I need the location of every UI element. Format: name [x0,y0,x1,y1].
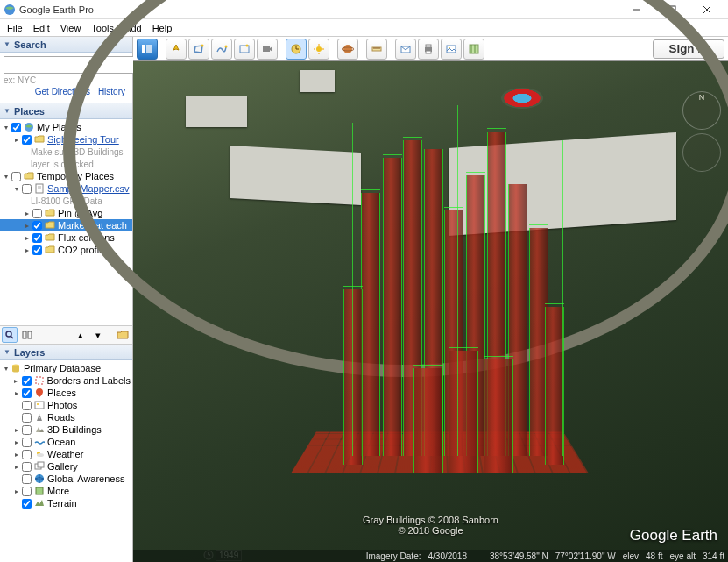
expand-icon[interactable]: ▸ [23,234,31,242]
visibility-checkbox[interactable] [32,209,42,218]
move-down-button[interactable]: ▾ [90,327,106,343]
roads-icon [33,412,46,423]
expand-icon[interactable]: ▸ [12,136,20,144]
open-folder-button[interactable] [115,327,131,343]
expand-icon[interactable]: ▸ [12,451,20,459]
attribution-line1: Gray Buildings © 2008 Sanborn [133,515,728,525]
expand-icon[interactable]: ▸ [12,463,20,471]
visibility-checkbox[interactable] [22,425,32,435]
expand-icon[interactable]: ▾ [2,173,10,181]
expand-icon[interactable]: ▸ [23,210,31,217]
visibility-checkbox[interactable] [11,172,21,181]
svg-rect-21 [38,462,44,467]
status-elev: 48 ft [646,551,662,561]
layers-item-row[interactable]: ▸Borders and Labels [0,374,132,387]
visibility-checkbox[interactable] [22,401,32,410]
compass-control[interactable] [682,91,721,130]
layers-panel-title: Layers [14,347,45,358]
layers-item-label: Places [47,388,76,398]
expand-icon[interactable]: ▾ [12,185,20,193]
layers-item-label: More [47,486,69,496]
close-button[interactable] [689,0,724,19]
more-icon [33,486,46,496]
collapse-icon: ▼ [4,40,11,48]
db-icon [10,363,22,373]
layers-item-row[interactable]: Roads [0,411,132,423]
visibility-checkbox[interactable] [32,221,42,231]
layers-item-row[interactable]: ▾Primary Database [0,362,132,374]
visibility-checkbox[interactable] [22,413,32,423]
visibility-checkbox[interactable] [22,376,32,386]
visibility-checkbox[interactable] [32,245,42,255]
visibility-checkbox[interactable] [22,388,32,398]
visibility-checkbox[interactable] [22,135,32,145]
expand-icon[interactable]: ▸ [12,426,20,434]
visibility-checkbox[interactable] [22,474,32,484]
places-toolbar: ▴ ▾ [0,325,132,345]
move-up-button[interactable]: ▴ [73,327,88,343]
search-places-button[interactable] [2,327,18,343]
svg-rect-12 [28,331,32,338]
layers-item-label: 3D Buildings [47,424,102,435]
svg-point-19 [37,453,44,457]
layers-item-row[interactable]: ▸Ocean [0,436,132,448]
layers-item-label: Ocean [47,437,75,447]
status-alt-label: eye alt [670,551,696,561]
folder-icon [33,134,46,145]
visibility-checkbox[interactable] [22,184,32,194]
expand-icon[interactable]: ▸ [23,246,31,254]
globe-view[interactable]: Gray Buildings © 2008 Sanborn © 2018 Goo… [133,61,728,562]
menu-file[interactable]: File [2,21,28,35]
earth-icon [23,122,35,132]
svg-line-10 [11,336,13,338]
layers-item-row[interactable]: ▸Places [0,387,132,399]
svg-rect-11 [23,331,26,338]
expand-icon[interactable]: ▾ [2,365,10,373]
svg-rect-14 [36,377,43,384]
layers-item-label: Gallery [47,461,78,472]
status-lat: 38°53'49.58" N [490,551,548,561]
layers-panel-header[interactable]: ▼ Layers [0,345,132,360]
globe-icon [33,473,46,484]
layers-item-row[interactable]: Photos [0,399,132,411]
pan-control[interactable] [682,133,721,172]
layers-item-label: Borders and Labels [47,375,131,386]
layers-item-row[interactable]: Terrain [0,497,132,509]
visibility-checkbox[interactable] [22,487,32,496]
layers-item-row[interactable]: ▸Weather [0,448,132,460]
expand-icon[interactable]: ▸ [12,438,20,446]
visibility-checkbox[interactable] [22,462,32,472]
svg-rect-23 [36,487,43,494]
ocean-icon [33,437,46,447]
folder-icon [44,220,56,231]
layers-item-row[interactable]: ▸Gallery [0,460,132,473]
status-date-label: Imagery Date: [366,551,421,561]
visibility-checkbox[interactable] [22,450,32,459]
menu-view[interactable]: View [55,21,87,35]
expand-icon[interactable]: ▸ [12,487,20,495]
layers-item-row[interactable]: ▸More [0,485,132,497]
weather-icon [33,449,46,459]
expand-icon[interactable]: ▸ [23,222,31,230]
layers-item-label: Global Awareness [47,473,124,484]
menu-edit[interactable]: Edit [28,21,55,35]
expand-icon[interactable]: ▾ [2,124,10,132]
data-columns-overlay [308,114,589,482]
visibility-checkbox[interactable] [32,233,42,243]
layers-item-label: Terrain [47,498,77,509]
status-bar: Imagery Date: 4/30/2018 38°53'49.58" N 7… [133,550,728,562]
app-icon [4,4,16,16]
borders-icon [33,375,46,386]
split-panel-button[interactable] [19,327,35,343]
status-lon: 77°02'11.90" W [555,551,616,561]
svg-point-16 [37,403,39,405]
layers-item-label: Roads [47,412,75,423]
layers-item-row[interactable]: Global Awareness [0,473,132,485]
visibility-checkbox[interactable] [22,438,32,447]
gallery-icon [33,461,46,472]
visibility-checkbox[interactable] [11,123,21,132]
visibility-checkbox[interactable] [22,499,32,509]
expand-icon[interactable]: ▸ [12,389,20,397]
layers-item-row[interactable]: ▸3D Buildings [0,423,132,436]
expand-icon[interactable]: ▸ [12,377,20,385]
